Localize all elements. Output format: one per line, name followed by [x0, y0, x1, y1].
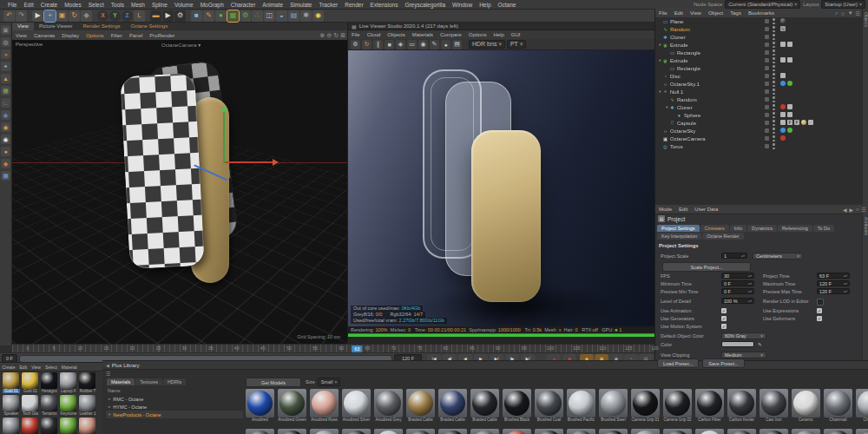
z-axis-lock-icon[interactable]: Z [122, 10, 133, 22]
lv-material-picker-icon[interactable]: ✎ [430, 40, 439, 49]
lv-lock-resolution-icon[interactable]: ◈ [396, 40, 405, 49]
library-thumb-brushed-black[interactable]: Brushed Black [503, 389, 531, 423]
polygons-mode-icon[interactable]: ◉ [1, 135, 10, 144]
tag-generic[interactable] [780, 73, 786, 78]
lv-menu-cloud[interactable]: Cloud [364, 32, 385, 37]
material-thumb-hexagon[interactable]: Hexagon [41, 372, 58, 393]
library-thumb-row2-13[interactable] [663, 429, 692, 434]
lv-clay-mode-icon[interactable]: ● [441, 40, 450, 49]
attribute-side-tab[interactable]: Attributes [862, 214, 868, 370]
library-thumb-braided-cable[interactable]: Braided Cable [470, 389, 499, 423]
object-name[interactable]: Null.1 [670, 89, 683, 95]
plus-tab-materials[interactable]: Materials [107, 378, 135, 385]
material-thumb-rubber-t[interactable]: Rubber T [79, 372, 96, 393]
attr-menu-mode[interactable]: Mode [655, 207, 675, 212]
object-row-extrude[interactable]: ▾◉Extrude [655, 41, 862, 49]
add-scene-icon[interactable]: ▤ [288, 10, 299, 22]
plus-tab-hdris[interactable]: HDRIs [163, 378, 186, 385]
gizmo-y-axis[interactable] [223, 111, 225, 163]
om-menu-file[interactable]: File [655, 10, 671, 16]
layer-chip[interactable] [765, 74, 769, 78]
menu-octane[interactable]: Octane [495, 2, 520, 8]
convert-editable-icon[interactable]: ▣ [1, 25, 10, 35]
visibility-dots[interactable] [773, 104, 776, 110]
object-row-capsule[interactable]: ⬯CapsulePP [655, 119, 862, 127]
library-thumb-camera-grip-01[interactable]: Camera Grip 01 [631, 389, 660, 423]
points-mode-icon[interactable]: ◉ [1, 110, 10, 120]
object-name[interactable]: Cloner [670, 35, 686, 40]
layer-chip[interactable] [765, 105, 769, 109]
plus-library-menu-icon[interactable]: ☰ [106, 371, 110, 377]
library-thumb-row2-14[interactable] [695, 429, 724, 434]
gizmo-x-arrow[interactable] [273, 159, 279, 166]
om-search-icon[interactable]: ⌕ [835, 10, 838, 16]
object-row-random[interactable]: ∿Random∿ [655, 25, 862, 33]
viewport-menu-filter[interactable]: Filter [108, 33, 126, 38]
axis-mode-icon[interactable]: ▲ [1, 74, 10, 83]
matman-menu-select[interactable]: Select [43, 365, 59, 370]
visibility-dots[interactable] [773, 128, 776, 134]
matman-menu-material[interactable]: Material [59, 365, 79, 370]
library-thumb-row2-0[interactable] [246, 429, 274, 434]
attr-tab-to-do[interactable]: To Do [813, 225, 834, 232]
lv-render-region-icon[interactable]: ▭ [407, 40, 417, 49]
library-thumb-chrome[interactable]: Chrome [856, 389, 868, 423]
object-name[interactable]: Extrude [670, 58, 688, 63]
viewport-menu-options[interactable]: Options [82, 33, 108, 38]
layer-chip[interactable] [765, 43, 769, 47]
layer-chip[interactable] [765, 136, 769, 141]
menu-tracker[interactable]: Tracker [315, 2, 341, 8]
toggle-view-icon[interactable]: ⊞ [340, 32, 345, 39]
attr-tab-key-interpolation[interactable]: Key Interpolation [657, 233, 701, 240]
checkbox-checked[interactable]: ✓ [721, 308, 727, 313]
viewport-menu-cameras[interactable]: Cameras [30, 33, 58, 38]
gizmo-x-axis[interactable] [224, 161, 274, 163]
pan-view-icon[interactable]: ⊕ [320, 32, 326, 39]
menu-help[interactable]: Help [476, 2, 494, 8]
viewport-menu-prorender[interactable]: ProRender [146, 33, 178, 38]
library-thumb-anodized-silver[interactable]: Anodized Silver [342, 389, 371, 423]
light-icon[interactable]: ◉ [312, 10, 324, 22]
field-input[interactable]: 0 F▴▾ [721, 288, 754, 294]
library-thumb-row2-7[interactable] [470, 429, 499, 434]
attr-tab-referencing[interactable]: Referencing [778, 225, 812, 232]
library-thumb-row2-11[interactable] [599, 429, 628, 434]
folder-newproducts-octane[interactable]: ▾NewProducts - Octane [106, 411, 243, 418]
lv-menu-compare[interactable]: Compare [437, 32, 465, 37]
object-row-null-1[interactable]: ▾⌖Null.1 [655, 88, 862, 95]
lv-passes-dropdown[interactable]: HDR bns▾ [469, 40, 505, 49]
add-cloner-icon[interactable]: ▦ [227, 10, 239, 22]
field-dropdown[interactable]: 60% Gray▾ [721, 332, 766, 339]
material-thumb-tech-gla[interactable]: Tech Gla [22, 395, 39, 416]
attr-back-icon[interactable]: ◀ [843, 207, 847, 213]
tag-generic[interactable] [780, 57, 786, 62]
menu-simulate[interactable]: Simulate [286, 2, 315, 8]
attr-tab-dynamics[interactable]: Dynamics [747, 225, 777, 232]
tag-octane-green[interactable] [787, 81, 792, 86]
layer-chip[interactable] [765, 121, 769, 125]
object-name[interactable]: Random [677, 97, 697, 102]
viewport-tab-picture-viewer[interactable]: Picture Viewer [34, 23, 78, 30]
attr-search-icon[interactable]: ⌕ [856, 207, 858, 213]
om-menu-edit[interactable]: Edit [671, 10, 687, 16]
field-input[interactable]: 120 F▴▾ [817, 280, 850, 286]
load-preset-button[interactable]: Load Preset... [657, 358, 699, 368]
tag-material-dark[interactable] [780, 18, 786, 23]
library-thumb-anodized-rose[interactable]: Anodized Rose [310, 389, 339, 423]
field-input[interactable]: 1▴▾ [721, 253, 747, 259]
library-thumb-anodized-green[interactable]: Anodized Green [278, 389, 306, 423]
object-name[interactable]: OctaneSky.1 [670, 82, 700, 87]
object-name[interactable]: Rectangle [677, 50, 700, 56]
layer-chip[interactable] [765, 19, 769, 23]
object-name[interactable]: Plane [670, 19, 683, 24]
visibility-dots[interactable] [773, 120, 776, 126]
redo-icon[interactable]: ↷ [16, 10, 27, 22]
lv-menu-options[interactable]: Options [465, 32, 490, 37]
live-viewer-titlebar[interactable]: ▦ Live Viewer Studio 2020.1.4 (217 days … [348, 23, 655, 30]
menu-create[interactable]: Create [37, 2, 62, 8]
object-row-octanesky[interactable]: ☼OctaneSky [655, 127, 862, 135]
object-name[interactable]: Sphere [684, 113, 700, 118]
lv-kernel-dropdown[interactable]: PT▾ [507, 40, 526, 49]
object-row-torus[interactable]: ◎Torus [655, 142, 862, 150]
gsg-plus-icon[interactable]: ✱ [300, 10, 312, 22]
